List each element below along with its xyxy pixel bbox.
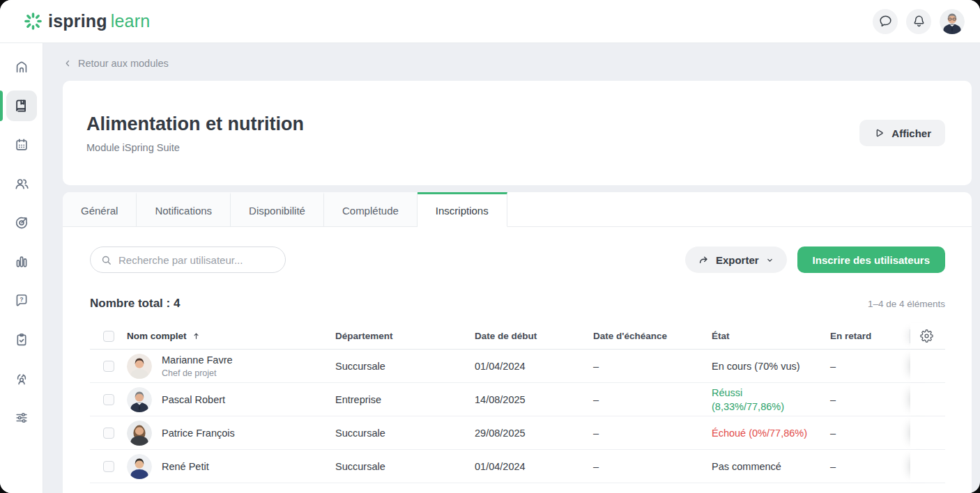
row-gear-spacer — [910, 450, 942, 483]
sidebar-item-questions[interactable]: ? — [6, 285, 37, 316]
select-all-checkbox[interactable] — [103, 331, 114, 342]
user-name: René Petit — [162, 460, 209, 473]
breadcrumb-back-link[interactable]: Retour aux modules — [63, 57, 169, 70]
breadcrumb-label: Retour aux modules — [78, 58, 169, 69]
sidebar-item-users[interactable] — [6, 169, 37, 199]
due-date-cell: – — [593, 361, 712, 372]
users-icon — [14, 176, 29, 191]
overdue-cell: – — [830, 461, 910, 472]
chevron-left-icon — [63, 58, 72, 68]
row-gear-spacer — [910, 383, 942, 416]
department-cell: Succursale — [335, 428, 475, 439]
play-icon — [873, 127, 885, 139]
avatar — [127, 421, 152, 446]
tab-enrollments[interactable]: Inscriptions — [418, 192, 507, 227]
start-date-cell: 29/08/2025 — [475, 428, 593, 439]
search-icon — [100, 254, 112, 266]
avatar — [127, 354, 152, 379]
sidebar-item-supervision[interactable] — [6, 363, 37, 394]
view-course-button[interactable]: Afficher — [859, 120, 945, 146]
table-row[interactable]: Pascal Robert Entreprise 14/08/2025 – Ré… — [90, 383, 945, 416]
course-header-card: Alimentation et nutrition Module iSpring… — [63, 81, 972, 185]
user-name: Pascal Robert — [162, 393, 225, 406]
main-area: Retour aux modules Alimentation et nutri… — [43, 43, 980, 493]
department-cell: Succursale — [335, 361, 475, 372]
department-cell: Succursale — [335, 461, 475, 472]
sidebar-item-courses[interactable] — [6, 91, 37, 121]
enrollments-content: Exporter Inscrire des utilisateurs Nombr… — [63, 227, 972, 493]
pagination-range-label: 1–4 de 4 éléments — [868, 299, 945, 309]
tab-availability[interactable]: Disponibilité — [231, 192, 324, 227]
state-cell: Pas commencé — [712, 460, 830, 474]
sidebar-item-reports[interactable] — [6, 246, 37, 277]
chevron-down-icon — [765, 256, 774, 265]
user-role: Chef de projet — [162, 368, 233, 379]
tab-general[interactable]: Général — [63, 192, 137, 227]
column-header-overdue[interactable]: En retard — [830, 331, 910, 341]
start-date-cell: 01/04/2024 — [475, 461, 593, 472]
gear-icon — [920, 329, 933, 343]
messages-button[interactable] — [873, 9, 898, 34]
table-row[interactable]: Patrice François Succursale 29/08/2025 –… — [90, 416, 945, 450]
column-header-name[interactable]: Nom complet — [127, 331, 335, 341]
overdue-cell: – — [830, 361, 910, 372]
tab-completeness[interactable]: Complétude — [324, 192, 418, 227]
start-date-cell: 01/04/2024 — [475, 361, 593, 372]
column-header-start-date[interactable]: Date de début — [475, 331, 593, 341]
overdue-cell: – — [830, 394, 910, 405]
column-header-department[interactable]: Département — [335, 331, 475, 341]
table-header-row: Nom complet Département Date de début Da… — [90, 323, 945, 350]
clipboard-check-icon — [14, 332, 29, 347]
toolbar: Exporter Inscrire des utilisateurs — [90, 246, 945, 273]
sliders-icon — [14, 410, 29, 425]
tab-bar: Général Notifications Disponibilité Comp… — [63, 192, 972, 227]
due-date-cell: – — [593, 428, 712, 439]
sidebar-item-assignments[interactable] — [6, 324, 37, 355]
row-checkbox[interactable] — [103, 461, 114, 472]
row-checkbox[interactable] — [103, 428, 114, 439]
total-count-label: Nombre total : 4 — [90, 297, 180, 311]
row-checkbox[interactable] — [103, 361, 114, 372]
person-gauge-icon — [14, 371, 29, 386]
due-date-cell: – — [593, 394, 712, 405]
view-button-label: Afficher — [891, 127, 931, 139]
column-header-due-date[interactable]: Date d'échéance — [593, 331, 712, 341]
search-input[interactable] — [118, 254, 275, 266]
search-box — [90, 246, 286, 273]
sidebar-nav: ? — [0, 43, 43, 493]
notifications-button[interactable] — [906, 9, 931, 34]
row-gear-spacer — [910, 416, 942, 449]
logo-brand-text: ispring — [48, 11, 107, 31]
enrollments-table: Nom complet Département Date de début Da… — [90, 323, 945, 483]
row-checkbox[interactable] — [103, 394, 114, 405]
ispring-learn-logo[interactable]: ispringlearn — [24, 11, 150, 31]
table-row[interactable]: René Petit Succursale 01/04/2024 – Pas c… — [90, 450, 945, 483]
export-arrow-icon — [698, 254, 710, 266]
sort-asc-icon — [192, 331, 201, 341]
enroll-users-button[interactable]: Inscrire des utilisateurs — [797, 246, 945, 273]
table-row[interactable]: Marianne Favre Chef de projet Succursale… — [90, 350, 945, 383]
sidebar-item-calendar[interactable] — [6, 130, 37, 160]
calendar-icon — [14, 137, 29, 152]
due-date-cell: – — [593, 461, 712, 472]
tab-notifications[interactable]: Notifications — [137, 192, 231, 227]
profile-avatar[interactable] — [940, 9, 965, 34]
sidebar-item-goals[interactable] — [6, 208, 37, 238]
home-icon — [14, 59, 29, 75]
sidebar-item-settings[interactable] — [6, 402, 37, 433]
export-button[interactable]: Exporter — [685, 246, 787, 273]
course-subtitle: Module iSpring Suite — [86, 142, 304, 153]
column-header-state[interactable]: État — [712, 331, 830, 341]
export-button-label: Exporter — [716, 254, 759, 266]
sidebar-item-home[interactable] — [6, 52, 37, 82]
question-bubble-icon: ? — [14, 293, 29, 308]
start-date-cell: 14/08/2025 — [475, 394, 593, 405]
avatar — [127, 387, 152, 412]
target-icon — [14, 215, 29, 230]
top-bar: ispringlearn — [0, 0, 980, 43]
column-settings-button[interactable] — [910, 323, 942, 349]
svg-text:?: ? — [20, 296, 23, 303]
state-cell: Réussi (8,33%/77,86%) — [712, 386, 830, 414]
row-gear-spacer — [910, 350, 942, 382]
bar-chart-icon — [14, 254, 29, 269]
